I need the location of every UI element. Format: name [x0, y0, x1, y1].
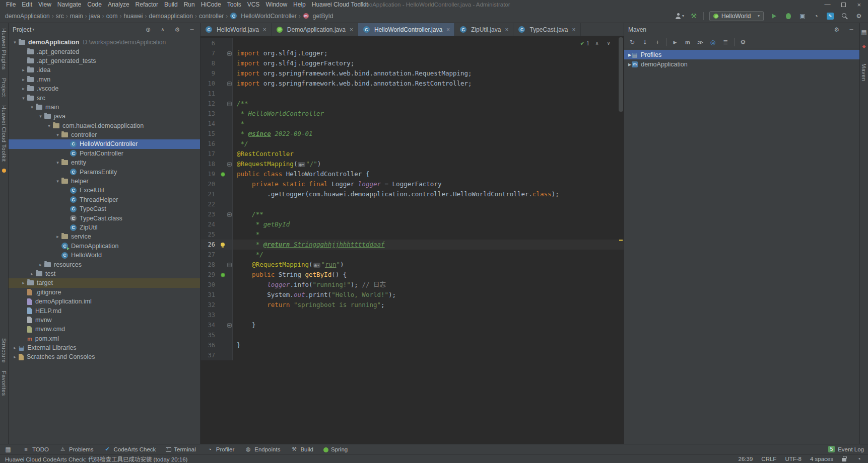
tree-item-excelutil[interactable]: ExcelUtil	[9, 186, 200, 195]
tree-item-helloworld[interactable]: HelloWorld	[9, 251, 200, 260]
tree-item-paramsentity[interactable]: ParamsEntity	[9, 167, 200, 176]
collapse-all-icon[interactable]	[159, 26, 167, 34]
indent-size[interactable]: 4 spaces	[810, 456, 833, 462]
tree-item-service[interactable]: ▸service	[9, 232, 200, 241]
tool-stripe-huawei-plugins[interactable]: Huawei Plugins	[1, 28, 7, 70]
code-line-34[interactable]: 34 }	[201, 320, 624, 330]
tab-ziputil-java[interactable]: ZipUtil.java×	[455, 23, 513, 36]
search-icon[interactable]	[840, 12, 849, 21]
menu-refactor[interactable]: Refactor	[132, 1, 161, 8]
tree-item-entity[interactable]: ▾entity	[9, 158, 200, 167]
tree-item-threadhelper[interactable]: ThreadHelper	[9, 195, 200, 204]
tree-item-helper[interactable]: ▾helper	[9, 177, 200, 186]
code-line-15[interactable]: 15 * @since 2022-09-01	[201, 129, 624, 139]
intention-bulb-icon[interactable]	[221, 243, 225, 247]
tree-item-demoapplication-iml[interactable]: demoApplication.iml	[9, 297, 200, 306]
tree-item-typecast-class[interactable]: TypeCast.class	[9, 213, 200, 222]
maximize-button[interactable]	[841, 3, 846, 7]
code-line-25[interactable]: 25 *	[201, 229, 624, 240]
breadcrumb-item-helloworldcontroller[interactable]: HelloWorldController	[230, 13, 296, 20]
tab-helloworldcontroller-java[interactable]: HelloWorldController.java×	[358, 23, 455, 36]
minimize-button[interactable]: —	[824, 1, 830, 8]
breadcrumb-item-huawei[interactable]: huawei	[123, 13, 143, 20]
reimport-maven-icon[interactable]	[628, 38, 636, 46]
tree-item-apt-generated[interactable]: .apt_generated	[9, 47, 200, 56]
breadcrumb-item-java[interactable]: java	[89, 13, 100, 20]
menu-run[interactable]: Run	[181, 1, 198, 8]
maven-node-profiles[interactable]: ▸Profiles	[624, 50, 859, 59]
gear-icon[interactable]	[833, 26, 841, 34]
profiler-button[interactable]	[812, 12, 820, 20]
maven-settings-icon[interactable]	[739, 38, 747, 46]
gear-icon[interactable]	[173, 26, 181, 34]
scrollbar-thumb[interactable]	[619, 37, 623, 112]
tab-close-icon[interactable]: ×	[350, 26, 353, 33]
settings-gear-icon[interactable]	[855, 12, 863, 20]
readonly-lock-icon[interactable]	[842, 458, 846, 461]
tree-item-mvnw-cmd[interactable]: mvnw.cmd	[9, 325, 200, 334]
tree-item-src[interactable]: ▾src	[9, 93, 200, 102]
breadcrumb-item-src[interactable]: src	[56, 13, 64, 20]
code-line-12[interactable]: 12/**	[201, 99, 624, 109]
tree-item-mvn[interactable]: ▸.mvn	[9, 75, 200, 84]
editor[interactable]: 67import org.slf4j.Logger;8import org.sl…	[201, 36, 624, 444]
menu-code[interactable]: Code	[84, 1, 105, 8]
fold-marker-icon[interactable]	[227, 82, 232, 86]
tree-item-help-md[interactable]: HELP.md	[9, 306, 200, 315]
tree-item-controller[interactable]: ▾controller	[9, 130, 200, 139]
code-line-30[interactable]: 30 logger.info("running!"); // 日志	[201, 280, 624, 290]
fold-marker-icon[interactable]	[227, 51, 232, 56]
menu-tools[interactable]: Tools	[224, 1, 244, 8]
breadcrumb-item-com[interactable]: com	[106, 13, 118, 20]
toolwindow-button-problems[interactable]: Problems	[59, 446, 94, 452]
tree-item-pom-xml[interactable]: pom.xml	[9, 334, 200, 343]
fold-marker-icon[interactable]	[227, 212, 232, 217]
code-line-31[interactable]: 31 System.out.print("Hello, World!");	[201, 290, 624, 300]
menu-vcs[interactable]: VCS	[244, 1, 263, 8]
breadcrumb-item-demoapplication[interactable]: demoApplication	[5, 13, 50, 20]
notifications-icon[interactable]	[860, 42, 868, 50]
code-line-27[interactable]: 27 */	[201, 250, 624, 260]
code-line-22[interactable]: 22	[201, 199, 624, 209]
code-line-33[interactable]: 33	[201, 310, 624, 320]
tab-demoapplication-java[interactable]: DemoApplication.java×	[272, 23, 358, 36]
code-line-20[interactable]: 20 private static final Logger logger = …	[201, 179, 624, 189]
code-line-24[interactable]: 24 * getById	[201, 219, 624, 229]
tree-item-target[interactable]: ▸target	[9, 278, 200, 287]
tab-close-icon[interactable]: ×	[263, 26, 266, 33]
tree-item-portalcontroller[interactable]: PortalController	[9, 149, 200, 158]
code-line-14[interactable]: 14 *	[201, 119, 624, 129]
fold-marker-icon[interactable]	[227, 263, 232, 267]
hide-panel-icon[interactable]	[188, 26, 196, 34]
warning-stripe-mark[interactable]	[619, 240, 623, 241]
edit-mode-icon[interactable]	[826, 12, 835, 21]
show-profiles-icon[interactable]	[721, 38, 729, 46]
fold-marker-icon[interactable]	[227, 323, 232, 328]
tool-stripe-huawei-cloud-toolkit[interactable]: Huawei Cloud Toolkit	[1, 105, 7, 162]
maven-node-demoapplication[interactable]: ▸demoApplication	[624, 59, 859, 69]
code-line-7[interactable]: 7import org.slf4j.Logger;	[201, 48, 624, 58]
breadcrumb-item-controller[interactable]: controller	[199, 13, 224, 20]
tool-window-switcher-icon[interactable]	[4, 445, 12, 453]
tree-item-scratches-and-consoles[interactable]: ▸Scratches and Consoles	[9, 352, 200, 361]
code-line-19[interactable]: 19public class HelloWorldController {	[201, 169, 624, 179]
breadcrumb-item-main[interactable]: main	[70, 13, 83, 20]
breadcrumb-item-demoapplication[interactable]: demoapplication	[149, 13, 192, 20]
toolwindow-button-endpoints[interactable]: Endpoints	[244, 446, 280, 452]
debug-button[interactable]	[784, 12, 793, 21]
run-maven-goal-icon[interactable]	[671, 38, 679, 46]
caret-position[interactable]: 26:39	[739, 456, 753, 462]
tab-helloworld-java[interactable]: HelloWorld.java×	[201, 23, 272, 36]
code-line-37[interactable]: 37	[201, 350, 624, 360]
code-line-36[interactable]: 36}	[201, 340, 624, 350]
coverage-button[interactable]	[798, 12, 807, 20]
tree-item-external-libraries[interactable]: ▸External Libraries	[9, 343, 200, 352]
menu-help[interactable]: Help	[290, 1, 309, 8]
code-line-32[interactable]: 32 return "springboot is running";	[201, 300, 624, 310]
code-line-35[interactable]: 35	[201, 330, 624, 340]
file-encoding[interactable]: UTF-8	[785, 456, 802, 462]
fold-marker-icon[interactable]	[227, 162, 232, 167]
event-log-button[interactable]: 5 Event Log	[828, 446, 864, 452]
tree-item-com-huawei-demoapplication[interactable]: ▾com.huawei.demoapplication	[9, 121, 200, 130]
code-line-11[interactable]: 11	[201, 89, 624, 99]
